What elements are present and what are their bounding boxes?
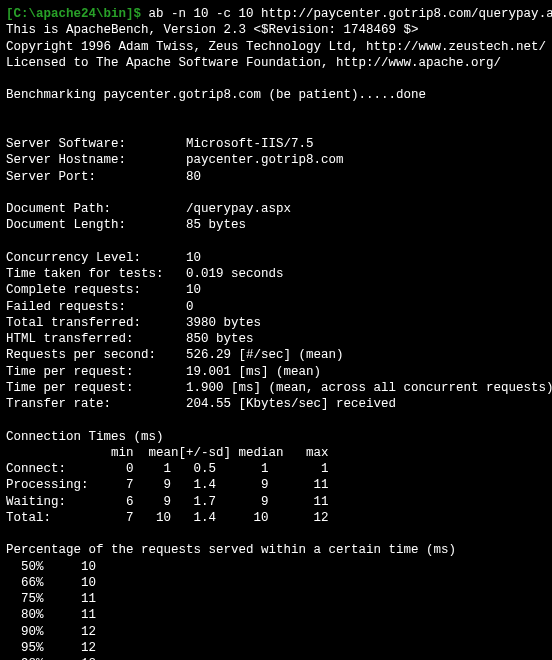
stat-line: Time taken for tests: 0.019 seconds	[6, 266, 546, 282]
header-line: This is ApacheBench, Version 2.3 <$Revis…	[6, 22, 546, 38]
stat-line: Transfer rate: 204.55 [Kbytes/sec] recei…	[6, 396, 546, 412]
pct-row: 50% 10	[6, 559, 546, 575]
blank-line	[6, 526, 546, 542]
header-line: Copyright 1996 Adam Twiss, Zeus Technolo…	[6, 39, 546, 55]
blank-line	[6, 104, 546, 120]
conn-times-row: Connect: 0 1 0.5 1 1	[6, 461, 546, 477]
pct-row: 90% 12	[6, 624, 546, 640]
pct-row: 66% 10	[6, 575, 546, 591]
stat-line: Total transferred: 3980 bytes	[6, 315, 546, 331]
blank-line	[6, 120, 546, 136]
stat-line: Time per request: 1.900 [ms] (mean, acro…	[6, 380, 546, 396]
blank-line	[6, 185, 546, 201]
benchmarking-line: Benchmarking paycenter.gotrip8.com (be p…	[6, 87, 546, 103]
stat-line: HTML transferred: 850 bytes	[6, 331, 546, 347]
conn-times-cols: min mean[+/-sd] median max	[6, 445, 546, 461]
prompt-path: [C:\apache24\bin]	[6, 7, 134, 21]
pct-row: 98% 12	[6, 656, 546, 660]
server-info-line: Server Software: Microsoft-IIS/7.5	[6, 136, 546, 152]
command-text: ab -n 10 -c 10 http://paycenter.gotrip8.…	[149, 7, 552, 21]
prompt-dollar: $	[134, 7, 142, 21]
stat-line: Failed requests: 0	[6, 299, 546, 315]
stat-line: Time per request: 19.001 [ms] (mean)	[6, 364, 546, 380]
terminal-output: [C:\apache24\bin]$ ab -n 10 -c 10 http:/…	[6, 6, 546, 660]
prompt-line: [C:\apache24\bin]$ ab -n 10 -c 10 http:/…	[6, 6, 546, 22]
conn-times-header: Connection Times (ms)	[6, 429, 546, 445]
stat-line: Requests per second: 526.29 [#/sec] (mea…	[6, 347, 546, 363]
pct-row: 95% 12	[6, 640, 546, 656]
header-line: Licensed to The Apache Software Foundati…	[6, 55, 546, 71]
doc-info-line: Document Length: 85 bytes	[6, 217, 546, 233]
doc-info-line: Document Path: /querypay.aspx	[6, 201, 546, 217]
server-info-line: Server Port: 80	[6, 169, 546, 185]
blank-line	[6, 412, 546, 428]
conn-times-row: Total: 7 10 1.4 10 12	[6, 510, 546, 526]
pct-row: 75% 11	[6, 591, 546, 607]
blank-line	[6, 234, 546, 250]
conn-times-row: Waiting: 6 9 1.7 9 11	[6, 494, 546, 510]
stat-line: Complete requests: 10	[6, 282, 546, 298]
blank-line	[6, 71, 546, 87]
pct-header: Percentage of the requests served within…	[6, 542, 546, 558]
conn-times-row: Processing: 7 9 1.4 9 11	[6, 477, 546, 493]
server-info-line: Server Hostname: paycenter.gotrip8.com	[6, 152, 546, 168]
pct-row: 80% 11	[6, 607, 546, 623]
stat-line: Concurrency Level: 10	[6, 250, 546, 266]
